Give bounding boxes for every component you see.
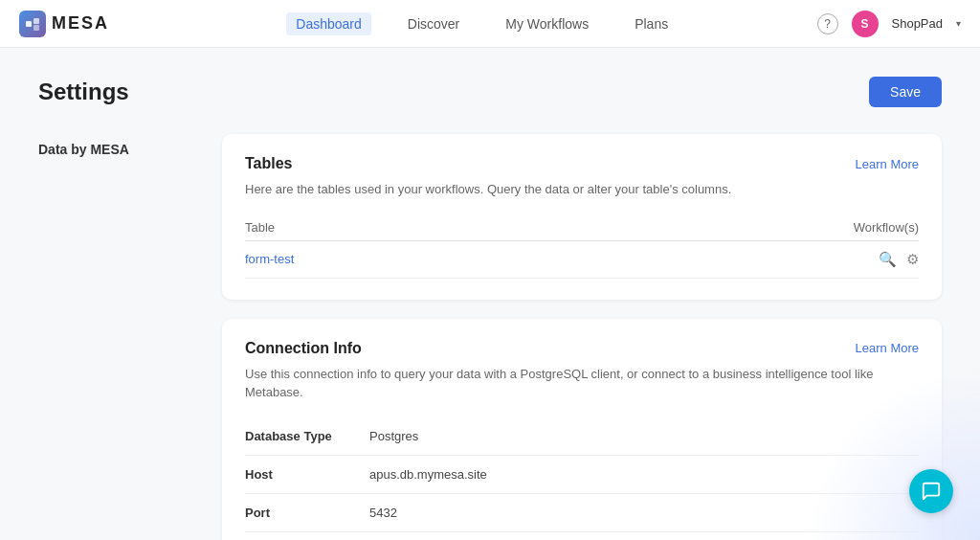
col-table: Table bbox=[245, 220, 275, 235]
tables-learn-more[interactable]: Learn More bbox=[856, 157, 919, 171]
tables-card-header: Tables Learn More bbox=[245, 155, 919, 172]
page-title: Settings bbox=[38, 79, 129, 105]
logo-icon bbox=[19, 11, 46, 37]
info-label-db-type: Database Type bbox=[245, 429, 369, 443]
tables-card: Tables Learn More Here are the tables us… bbox=[222, 134, 942, 300]
settings-icon[interactable]: ⚙ bbox=[906, 251, 919, 268]
col-workflows: Workflow(s) bbox=[854, 220, 919, 235]
info-row-port: Port 5432 bbox=[245, 494, 919, 532]
nav-links: Dashboard Discover My Workflows Plans bbox=[147, 12, 816, 35]
info-value-port: 5432 bbox=[369, 506, 397, 520]
sidebar-label: Data by MESA bbox=[38, 134, 191, 540]
chat-button[interactable] bbox=[909, 469, 953, 513]
tables-card-title: Tables bbox=[245, 155, 293, 172]
svg-rect-2 bbox=[33, 25, 39, 31]
help-icon[interactable]: ? bbox=[817, 13, 838, 34]
search-icon[interactable]: 🔍 bbox=[879, 251, 897, 268]
info-value-host: apus.db.mymesa.site bbox=[369, 467, 487, 482]
connection-learn-more[interactable]: Learn More bbox=[856, 341, 919, 355]
nav-my-workflows[interactable]: My Workflows bbox=[496, 12, 598, 35]
panels: Tables Learn More Here are the tables us… bbox=[222, 134, 942, 540]
svg-rect-0 bbox=[26, 21, 32, 27]
info-label-port: Port bbox=[245, 506, 369, 520]
nav-right: ? S ShopPad ▾ bbox=[817, 11, 962, 37]
nav-plans[interactable]: Plans bbox=[625, 12, 678, 35]
table-row-name[interactable]: form-test bbox=[245, 252, 294, 266]
connection-card: Connection Info Learn More Use this conn… bbox=[222, 319, 942, 541]
svg-rect-1 bbox=[33, 18, 39, 24]
page-header: Settings Save bbox=[38, 77, 942, 107]
table-row-actions: 🔍 ⚙ bbox=[879, 251, 919, 268]
save-button[interactable]: Save bbox=[869, 77, 942, 107]
navbar: MESA Dashboard Discover My Workflows Pla… bbox=[0, 0, 980, 48]
avatar: S bbox=[852, 11, 879, 37]
connection-card-header: Connection Info Learn More bbox=[245, 340, 919, 357]
nav-dashboard[interactable]: Dashboard bbox=[286, 12, 371, 35]
info-row-host: Host apus.db.mymesa.site bbox=[245, 456, 919, 494]
tables-card-desc: Here are the tables used in your workflo… bbox=[245, 180, 919, 199]
connection-card-title: Connection Info bbox=[245, 340, 362, 357]
info-value-db-type: Postgres bbox=[369, 429, 418, 443]
content-layout: Data by MESA Tables Learn More Here are … bbox=[38, 134, 942, 540]
nav-discover[interactable]: Discover bbox=[398, 12, 469, 35]
connection-card-desc: Use this connection info to query your d… bbox=[245, 365, 919, 402]
logo-text: MESA bbox=[52, 13, 109, 34]
info-row-username: Username bbox=[245, 532, 919, 541]
page-container: Settings Save Data by MESA Tables Learn … bbox=[0, 48, 980, 540]
logo[interactable]: MESA bbox=[19, 11, 109, 37]
info-label-host: Host bbox=[245, 467, 369, 482]
tables-header-row: Table Workflow(s) bbox=[245, 214, 919, 241]
info-row-db-type: Database Type Postgres bbox=[245, 417, 919, 456]
user-dropdown-arrow[interactable]: ▾ bbox=[956, 18, 961, 29]
table-row: form-test 🔍 ⚙ bbox=[245, 241, 919, 279]
shop-name[interactable]: ShopPad bbox=[892, 16, 944, 31]
